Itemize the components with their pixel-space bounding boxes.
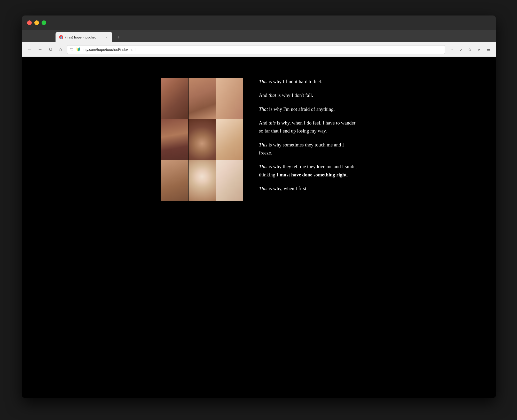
page-content: This is why I find it hard to feel. And …: [22, 57, 496, 398]
grid-cell-0-0: [161, 78, 188, 119]
paragraph-2: And that is why I don't fall.: [259, 91, 357, 99]
italic-this-5: This: [259, 186, 268, 191]
italic-this-2: this: [269, 120, 276, 126]
grid-cell-1-2: [216, 119, 243, 160]
grid-cell-0-1: [189, 78, 216, 119]
address-bar[interactable]: 🛡 🔰 fray.com/hope/touched/index.html: [67, 45, 445, 54]
grid-cell-2-0: [161, 160, 188, 201]
toolbar: ← → ↻ ⌂ 🛡 🔰 fray.com/hope/touched/index.…: [22, 42, 496, 57]
grid-cell-1-0: [161, 119, 188, 160]
back-button[interactable]: ←: [26, 45, 34, 54]
minimize-button[interactable]: [34, 20, 39, 25]
titlebar: [22, 15, 496, 30]
paragraph-1: This is why I find it hard to feel.: [259, 77, 357, 85]
url-text: fray.com/hope/touched/index.html: [82, 48, 442, 52]
italic-that-1: that: [269, 92, 276, 98]
traffic-lights: [22, 20, 46, 25]
tabbar: 💧 {fray} hope - touched × +: [22, 30, 496, 42]
forward-button[interactable]: →: [36, 45, 44, 54]
protect-icon: 🔰: [76, 47, 80, 52]
new-tab-button[interactable]: +: [114, 33, 123, 42]
grid-cell-1-1: [189, 119, 216, 160]
italic-that-2: That: [259, 106, 268, 112]
tab-title: {fray} hope - touched: [65, 35, 103, 39]
image-grid: [161, 77, 244, 201]
tab-close-button[interactable]: ×: [105, 35, 109, 39]
paragraph-5: This is why sometimes they touch me and …: [259, 141, 357, 157]
paragraph-4: And this is why, when I do feel, I have …: [259, 119, 357, 135]
toolbar-actions: ··· 🛡 ☆ » ☰: [447, 46, 492, 53]
grid-cell-0-2: [216, 78, 243, 119]
content-container: This is why I find it hard to feel. And …: [161, 77, 357, 201]
menu-button[interactable]: ☰: [484, 46, 492, 53]
more-button[interactable]: ···: [447, 46, 455, 53]
extensions-button[interactable]: »: [475, 46, 483, 53]
paragraph-6: This is why they tell me they love me an…: [259, 162, 357, 179]
reload-button[interactable]: ↻: [46, 45, 54, 54]
bold-text: I must have done something right: [277, 172, 347, 177]
text-content: This is why I find it hard to feel. And …: [259, 77, 357, 198]
paragraph-3: That is why I'm not afraid of anything.: [259, 105, 357, 113]
browser-window: 💧 {fray} hope - touched × + ← → ↻ ⌂ 🛡 🔰 …: [22, 15, 496, 398]
italic-this-1: This: [259, 79, 268, 84]
shield-icon: 🛡: [70, 48, 74, 52]
grid-cell-2-2: [216, 160, 243, 201]
grid-cell-2-1: [189, 160, 216, 201]
italic-this-4: This: [259, 164, 268, 169]
shield-toolbar-icon[interactable]: 🛡: [457, 46, 464, 53]
close-button[interactable]: [27, 20, 32, 25]
paragraph-7-cutoff: This is why, when I first: [259, 184, 357, 193]
active-tab[interactable]: 💧 {fray} hope - touched ×: [56, 32, 112, 42]
maximize-button[interactable]: [42, 20, 46, 25]
bookmark-button[interactable]: ☆: [466, 46, 474, 53]
home-button[interactable]: ⌂: [57, 45, 65, 54]
tab-favicon: 💧: [59, 35, 63, 39]
italic-this-3: This: [259, 142, 268, 147]
